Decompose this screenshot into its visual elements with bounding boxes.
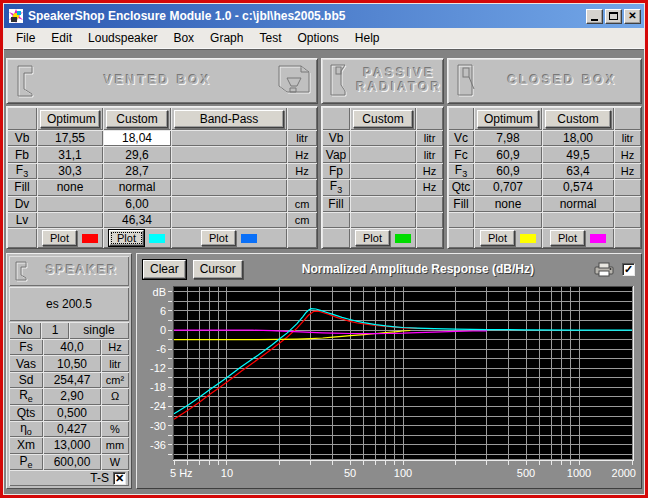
plot-button-passive-0[interactable]: Plot [355,230,390,246]
value-cell [350,196,416,212]
corner-cell [448,228,474,248]
title-bar[interactable]: SpeakerShop Enclosure Module 1.0 - c:\jb… [4,4,644,28]
value-cell: 0,574 [542,179,614,195]
passive-radiator-icon [328,63,350,99]
param-unit-cell: % [101,421,129,437]
empty-cell [416,212,443,228]
param-value-cell: 10,50 [43,355,101,371]
plot-cell: Plot [171,228,287,248]
printer-icon[interactable] [593,262,615,277]
section-title: CLOSED BOX [484,74,641,88]
row-label-cell: F3 [7,163,37,179]
value-input-cell[interactable]: 18,04 [103,130,171,146]
menu-item-file[interactable]: File [8,29,43,47]
row-label: Xm [17,438,35,452]
vented-enclosure-icon [277,64,311,98]
value-cell [171,146,287,162]
print-checkbox[interactable]: ✓ [622,263,635,276]
param-value-cell: 0,427 [43,421,101,437]
value-cell: 28,7 [103,163,171,179]
value-cell: 18,00 [542,130,614,146]
ts-checkbox[interactable]: ✕ [113,472,126,485]
param-unit-cell: Ω [101,388,129,404]
vented-box-section: VENTED BOX OptimumCustomBand-PassVb17,55… [6,58,318,249]
row-label: Vas [16,357,36,371]
speaker-no-label: No [9,322,41,339]
value-cell: none [474,196,542,212]
row-label: Fill [453,197,468,211]
menu-item-loudspeaker[interactable]: Loudspeaker [80,29,165,47]
plot-button-vented-0[interactable]: Plot [42,230,77,246]
menu-item-edit[interactable]: Edit [43,29,80,47]
section-title-line: PASSIVE [363,66,435,80]
plot-button-closed-0[interactable]: Plot [480,230,515,246]
row-label: Re [19,388,33,404]
plot-color-swatch [82,234,98,243]
row-label: Fb [15,148,29,162]
menu-item-options[interactable]: Options [289,29,346,47]
maximize-icon [609,12,618,20]
param-unit-cell: litr [101,355,129,371]
row-label: Qts [17,406,36,420]
value-cell: 31,1 [37,146,103,162]
closed-box-section: CLOSED BOX OptimumCustomVc7,9818,00litrF… [447,58,642,249]
y-tick-label: -24 [150,400,166,412]
column-button-optimum[interactable]: Optimum [40,110,100,128]
cursor-button[interactable]: Cursor [193,260,243,279]
app-icon [8,8,24,24]
menu-item-test[interactable]: Test [251,29,289,47]
column-button-optimum[interactable]: Optimum [477,110,539,128]
plot-button-closed-1[interactable]: Plot [550,230,585,246]
speaker-icon [13,64,39,98]
value-cell [37,196,103,212]
row-label-cell: Fill [448,196,474,212]
closed-box-table: OptimumCustomVc7,9818,00litrFc60,949,5Hz… [447,106,642,249]
clear-button[interactable]: Clear [143,260,186,279]
corner-cell [614,228,641,248]
column-button-band-pass[interactable]: Band-Pass [174,110,284,128]
column-button-custom[interactable]: Custom [106,110,168,128]
plot-color-swatch [590,234,606,243]
speaker-model[interactable]: es 200.5 [9,287,129,321]
unit-cell: Hz [287,163,317,179]
unit-cell: litr [614,130,641,146]
plot-button-vented-2[interactable]: Plot [201,230,236,246]
row-label-cell: Fp [322,163,350,179]
menu-item-box[interactable]: Box [165,29,202,47]
plot-color-swatch [241,234,257,243]
empty-cell [350,212,416,228]
closed-box-header: CLOSED BOX [447,58,642,104]
close-button[interactable]: ✕ [624,9,641,24]
row-label-cell: Fill [7,179,37,195]
row-label: Fs [19,340,32,354]
column-header-cell: Band-Pass [171,107,287,130]
value-cell [350,179,416,195]
value-cell: 46,34 [103,212,171,228]
section-title-line: RADIATOR [356,80,442,94]
corner-cell [416,228,443,248]
minimize-icon [591,19,598,21]
section-title: VENTED BOX [45,74,271,88]
row-label-cell: Vap [322,146,350,162]
x-tick-label: 50 [344,467,356,479]
x-tick-label: 5 Hz [170,467,193,479]
row-label-cell: Qtc [448,179,474,195]
corner-cell [7,107,37,130]
minimize-button[interactable] [586,9,603,24]
param-label-cell: Re [9,388,43,404]
value-cell: none [37,179,103,195]
vented-box-header: VENTED BOX [6,58,318,104]
plot-button-vented-1[interactable]: Plot [109,230,144,246]
menu-item-graph[interactable]: Graph [202,29,251,47]
row-label-cell: Vb [322,130,350,146]
value-cell: normal [542,196,614,212]
column-header-cell: Optimum [37,107,103,130]
speaker-no-row: No1single [9,322,129,339]
row-label-cell: Fill [322,196,350,212]
value-cell: 6,00 [103,196,171,212]
column-button-custom[interactable]: Custom [353,110,413,128]
maximize-button[interactable] [605,9,622,24]
passive-radiator-header: PASSIVERADIATOR [321,58,444,104]
column-button-custom[interactable]: Custom [545,110,611,128]
menu-item-help[interactable]: Help [347,29,388,47]
